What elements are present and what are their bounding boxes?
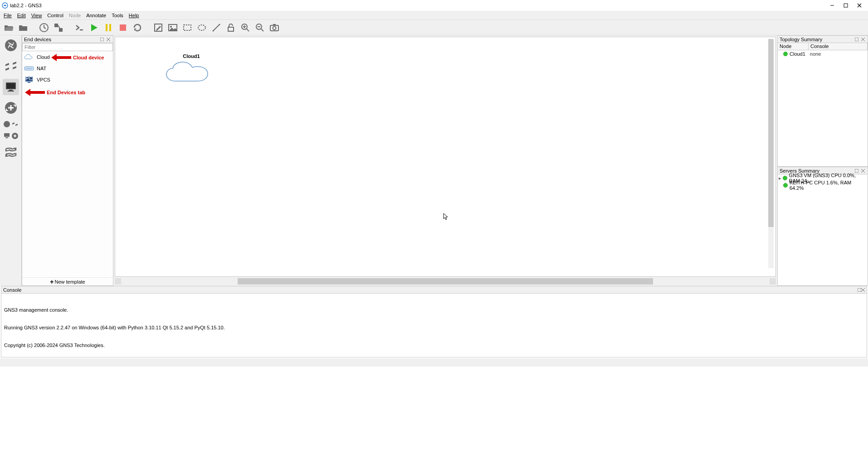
panel-detach-icon[interactable] bbox=[854, 37, 859, 42]
topology-row[interactable]: Cloud1 none bbox=[778, 50, 868, 58]
svg-rect-42 bbox=[5, 137, 8, 138]
svg-rect-8 bbox=[54, 24, 58, 27]
menu-node: Node bbox=[66, 12, 83, 19]
svg-rect-52 bbox=[28, 82, 30, 83]
menu-bar: File Edit View Control Node Annotate Too… bbox=[0, 11, 868, 20]
menu-file[interactable]: File bbox=[1, 12, 15, 19]
stop-button[interactable] bbox=[117, 22, 129, 34]
menu-view[interactable]: View bbox=[29, 12, 45, 19]
end-devices-title: End devices bbox=[24, 37, 98, 42]
topology-table-header: Node Console bbox=[778, 43, 868, 50]
panel-detach-icon[interactable] bbox=[858, 287, 861, 293]
device-item-label: VPCS bbox=[37, 77, 50, 82]
svg-rect-44 bbox=[100, 38, 104, 41]
cloud-node[interactable]: Cloud1 bbox=[164, 53, 219, 87]
reload-button[interactable] bbox=[132, 22, 143, 34]
routers-tab[interactable] bbox=[3, 37, 19, 53]
scroll-track[interactable] bbox=[121, 278, 770, 285]
draw-line-button[interactable] bbox=[210, 22, 222, 34]
new-template-button[interactable]: + New template bbox=[22, 277, 113, 285]
panel-close-icon[interactable] bbox=[860, 37, 866, 42]
horizontal-scrollbar[interactable] bbox=[115, 278, 776, 285]
menu-help[interactable]: Help bbox=[126, 12, 142, 19]
column-console[interactable]: Console bbox=[809, 43, 868, 50]
scroll-thumb[interactable] bbox=[768, 39, 774, 227]
svg-point-17 bbox=[170, 26, 172, 28]
all-devices-tab-2[interactable] bbox=[3, 132, 19, 140]
scroll-right-icon[interactable] bbox=[770, 278, 776, 285]
add-link-tab[interactable] bbox=[3, 144, 19, 160]
draw-ellipse-button[interactable] bbox=[196, 22, 208, 34]
svg-rect-38 bbox=[8, 91, 14, 92]
switches-tab[interactable] bbox=[3, 58, 19, 74]
svg-rect-53 bbox=[855, 38, 858, 41]
topology-canvas[interactable]: Cloud1 bbox=[115, 37, 776, 277]
console-title: Console bbox=[3, 287, 21, 293]
svg-rect-18 bbox=[184, 25, 191, 30]
console-panel: Console GNS3 management console. Running… bbox=[1, 286, 867, 357]
insert-picture-button[interactable] bbox=[167, 22, 179, 34]
svg-rect-33 bbox=[273, 24, 276, 25]
svg-line-29 bbox=[261, 29, 263, 31]
maximize-button[interactable] bbox=[839, 0, 853, 11]
lock-button[interactable] bbox=[225, 22, 237, 34]
panel-detach-icon[interactable] bbox=[99, 37, 105, 42]
show-ports-button[interactable] bbox=[53, 22, 64, 34]
status-dot-icon bbox=[783, 183, 788, 188]
scroll-left-icon[interactable] bbox=[115, 278, 121, 285]
start-button[interactable] bbox=[88, 22, 100, 34]
zoom-in-button[interactable] bbox=[239, 22, 251, 34]
zoom-out-button[interactable] bbox=[254, 22, 266, 34]
open-project-button[interactable] bbox=[3, 22, 15, 34]
svg-rect-12 bbox=[106, 24, 107, 31]
plus-icon: + bbox=[50, 278, 54, 285]
console-line: GNS3 management console. bbox=[4, 307, 864, 313]
device-list: Cloud NAT VPCS VPCS Cloud device End Dev… bbox=[22, 51, 113, 277]
minimize-button[interactable] bbox=[825, 0, 839, 11]
expand-icon[interactable]: ▸ bbox=[779, 175, 783, 181]
menu-tools[interactable]: Tools bbox=[109, 12, 126, 19]
window-title: lab2.2 - GNS3 bbox=[10, 3, 42, 8]
console-line: Running GNS3 version 2.2.47 on Windows (… bbox=[4, 325, 864, 331]
cloud-node-label: Cloud1 bbox=[164, 53, 219, 59]
console-header: Console bbox=[1, 286, 867, 294]
topology-node-name: Cloud1 bbox=[790, 51, 805, 57]
scroll-thumb[interactable] bbox=[238, 278, 653, 285]
server-text: KEITH-PC CPU 1.6%, RAM 64.2% bbox=[790, 180, 867, 191]
draw-rectangle-button[interactable] bbox=[181, 22, 193, 34]
server-row[interactable]: KEITH-PC CPU 1.6%, RAM 64.2% bbox=[778, 182, 868, 189]
console-body[interactable]: GNS3 management console. Running GNS3 ve… bbox=[1, 294, 867, 357]
panel-close-icon[interactable] bbox=[106, 37, 111, 42]
status-dot-icon bbox=[783, 176, 787, 180]
cloud-shape-icon bbox=[164, 61, 219, 86]
snapshot-button[interactable] bbox=[38, 22, 50, 34]
pause-button[interactable] bbox=[102, 22, 114, 34]
menu-annotate[interactable]: Annotate bbox=[83, 12, 109, 19]
menu-control[interactable]: Control bbox=[44, 12, 66, 19]
end-devices-tab[interactable] bbox=[3, 79, 19, 95]
menu-edit[interactable]: Edit bbox=[15, 12, 29, 19]
filter-input[interactable] bbox=[23, 43, 112, 51]
right-column: Topology Summary Node Console Cloud1 non… bbox=[777, 35, 868, 286]
device-item-nat[interactable]: NAT bbox=[22, 63, 113, 74]
device-item-label: Cloud bbox=[37, 54, 50, 60]
close-button[interactable] bbox=[853, 0, 866, 11]
canvas-wrap: Cloud1 bbox=[113, 35, 777, 286]
status-bar bbox=[0, 358, 868, 367]
all-devices-tab[interactable] bbox=[3, 121, 19, 128]
device-item-vpcs[interactable]: VPCS VPCS bbox=[22, 74, 113, 85]
screenshot-button[interactable] bbox=[268, 22, 280, 34]
svg-point-21 bbox=[213, 30, 214, 31]
vertical-scrollbar[interactable] bbox=[768, 39, 774, 268]
vpcs-icon: VPCS bbox=[24, 76, 34, 83]
svg-rect-13 bbox=[109, 24, 111, 31]
panel-close-icon[interactable] bbox=[861, 287, 865, 293]
column-node[interactable]: Node bbox=[778, 43, 809, 50]
console-button[interactable] bbox=[73, 22, 85, 34]
security-devices-tab[interactable] bbox=[3, 100, 19, 116]
svg-rect-41 bbox=[4, 133, 10, 137]
servers-summary-panel: Servers Summary ▸ GNS3 VM (GNS3) CPU 0.0… bbox=[777, 167, 868, 286]
status-dot-icon bbox=[783, 52, 788, 56]
add-note-button[interactable] bbox=[152, 22, 164, 34]
new-project-button[interactable] bbox=[17, 22, 29, 34]
